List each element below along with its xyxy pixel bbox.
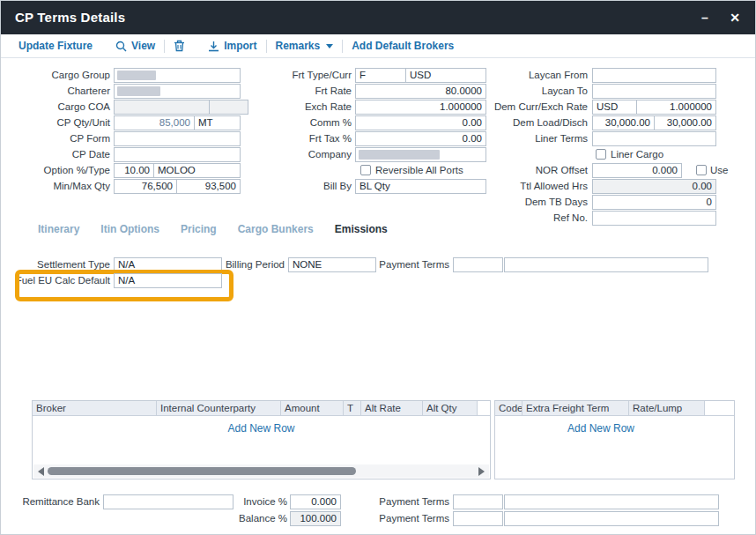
- frt-curr-field[interactable]: USD: [405, 68, 486, 83]
- option-pct-field[interactable]: 10.00: [114, 163, 154, 178]
- invoice-pct-field[interactable]: 0.000: [290, 494, 341, 509]
- cp-date-label: CP Date: [1, 147, 110, 162]
- payment-terms-2-desc-field[interactable]: [504, 511, 719, 526]
- exch-rate-label: Exch Rate: [265, 100, 352, 115]
- billing-period-label: Billing Period: [223, 257, 285, 272]
- ttl-allowed-hrs-field: 0.00: [592, 179, 716, 194]
- balance-pct-field: 100.000: [290, 511, 341, 526]
- dem-curr-field[interactable]: USD: [592, 100, 637, 115]
- charterer-label: Charterer: [1, 84, 110, 99]
- import-button[interactable]: Import: [208, 40, 256, 52]
- reversible-all-ports-checkbox[interactable]: [360, 165, 371, 175]
- frt-rate-label: Frt Rate: [265, 84, 352, 99]
- update-fixture-button[interactable]: Update Fixture: [19, 40, 93, 52]
- settlement-type-field[interactable]: N/A: [114, 257, 222, 272]
- max-qty-field[interactable]: 93,500: [176, 179, 241, 194]
- bill-by-field[interactable]: BL Qty: [355, 179, 486, 194]
- tab-itinerary[interactable]: Itinerary: [38, 223, 79, 235]
- frt-tax-pct-field[interactable]: 0.00: [355, 131, 486, 146]
- close-icon[interactable]: ✕: [720, 1, 750, 34]
- billing-period-field[interactable]: NONE: [288, 257, 376, 272]
- frt-rate-field[interactable]: 80.0000: [355, 84, 486, 99]
- frt-type-field[interactable]: F: [355, 68, 406, 83]
- company-label: Company: [265, 147, 352, 162]
- broker-add-new-row-link[interactable]: Add New Row: [33, 422, 490, 435]
- exch-rate-field[interactable]: 1.000000: [355, 100, 486, 115]
- tab-cargo-bunkers[interactable]: Cargo Bunkers: [238, 223, 314, 235]
- add-default-brokers-button[interactable]: Add Default Brokers: [352, 40, 454, 52]
- extra-freight-table-header: Code Extra Freight Term Rate/Lump: [495, 401, 734, 416]
- scroll-right-icon[interactable]: [478, 467, 485, 476]
- dem-exch-rate-field[interactable]: 1.000000: [636, 100, 716, 115]
- tab-itin-options[interactable]: Itin Options: [100, 223, 159, 235]
- invoice-pct-label: Invoice %: [219, 494, 287, 509]
- cp-unit-field[interactable]: MT: [194, 115, 241, 130]
- bill-by-label: Bill By: [265, 179, 352, 194]
- min-qty-field[interactable]: 76,500: [114, 179, 177, 194]
- cp-date-field[interactable]: [114, 147, 241, 162]
- broker-table-header: Broker Internal Counterparty Amount T Al…: [33, 401, 490, 416]
- liner-cargo-checkbox[interactable]: [596, 149, 606, 160]
- payment-terms-code-field[interactable]: [453, 257, 503, 272]
- horizontal-scrollbar: [33, 464, 489, 478]
- cargo-coa-seq-field: [209, 100, 248, 115]
- nor-offset-use-label: Use: [710, 164, 728, 176]
- cargo-group-field[interactable]: [114, 68, 241, 83]
- payment-terms-2-code-field[interactable]: [453, 511, 503, 526]
- dem-tb-days-field[interactable]: 0: [592, 195, 716, 210]
- charterer-field[interactable]: [114, 84, 241, 99]
- redacted-value: [117, 71, 156, 80]
- titlebar: CP Terms Details – ✕: [1, 1, 755, 34]
- frt-tax-pct-label: Frt Tax %: [265, 131, 352, 146]
- payment-terms-label: Payment Terms: [378, 257, 449, 272]
- cp-qty-unit-label: CP Qty/Unit: [1, 115, 110, 130]
- payment-terms-1-desc-field[interactable]: [504, 494, 719, 509]
- search-icon: [115, 41, 127, 52]
- remarks-dropdown[interactable]: Remarks: [276, 40, 334, 52]
- cp-form-field[interactable]: [114, 131, 241, 146]
- payment-terms-desc-field[interactable]: [504, 257, 708, 272]
- column-header[interactable]: Rate/Lump: [629, 401, 705, 415]
- option-pct-type-label: Option %/Type: [1, 163, 110, 178]
- dem-tb-days-label: Dem TB Days: [491, 195, 588, 210]
- column-header[interactable]: Alt Rate: [361, 401, 423, 415]
- cargo-coa-field: [114, 100, 210, 115]
- scroll-left-icon[interactable]: [38, 467, 44, 476]
- tab-emissions[interactable]: Emissions: [335, 223, 388, 235]
- cp-terms-details-window: CP Terms Details – ✕ Update Fixture View…: [0, 0, 756, 535]
- column-header[interactable]: T: [344, 401, 361, 415]
- cp-qty-field[interactable]: 85,000: [114, 115, 195, 130]
- company-field[interactable]: [355, 147, 486, 162]
- ref-no-field[interactable]: [592, 211, 716, 226]
- comm-pct-field[interactable]: 0.00: [355, 115, 486, 130]
- minimize-icon[interactable]: –: [690, 1, 720, 34]
- liner-terms-field[interactable]: [592, 131, 716, 146]
- detail-tabs: Itinerary Itin Options Pricing Cargo Bun…: [38, 223, 388, 235]
- column-header[interactable]: Internal Counterparty: [157, 401, 281, 415]
- toolbar-separator: [342, 40, 343, 53]
- dem-load-field[interactable]: 30,000.00: [592, 115, 655, 130]
- laycan-to-field[interactable]: [592, 84, 716, 99]
- nor-offset-field[interactable]: 0.000: [592, 163, 682, 178]
- option-type-field[interactable]: MOLOO: [153, 163, 241, 178]
- remittance-bank-field[interactable]: [103, 494, 233, 509]
- column-header[interactable]: Amount: [281, 401, 344, 415]
- scrollbar-thumb[interactable]: [48, 467, 356, 475]
- tab-pricing[interactable]: Pricing: [181, 223, 217, 235]
- nor-offset-label: NOR Offset: [491, 163, 588, 178]
- download-icon: [208, 41, 219, 52]
- laycan-from-field[interactable]: [592, 68, 716, 83]
- nor-offset-use-checkbox[interactable]: [696, 165, 707, 175]
- payment-terms-1-code-field[interactable]: [453, 494, 503, 509]
- column-header[interactable]: Alt Qty: [423, 401, 478, 415]
- column-header[interactable]: Extra Freight Term: [523, 401, 629, 415]
- view-button[interactable]: View: [115, 40, 155, 52]
- ref-no-label: Ref No.: [491, 211, 588, 226]
- extra-freight-add-new-row-link[interactable]: Add New Row: [495, 422, 707, 435]
- reversible-all-ports-label: Reversible All Ports: [375, 164, 463, 176]
- delete-button[interactable]: [174, 40, 185, 52]
- column-header[interactable]: Broker: [33, 401, 157, 415]
- fuel-eu-calc-default-field[interactable]: N/A: [114, 273, 222, 288]
- column-header[interactable]: Code: [495, 401, 523, 415]
- dem-disch-field[interactable]: 30,000.00: [654, 115, 716, 130]
